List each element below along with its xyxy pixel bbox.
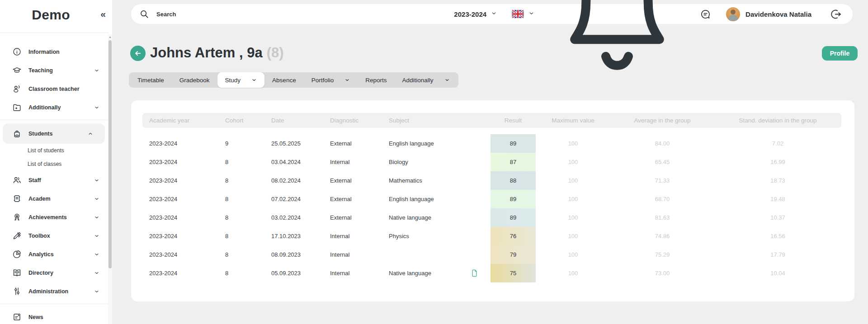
table-row[interactable]: 2023-2024803.02.2024ExternalNative langu… bbox=[142, 208, 841, 227]
column-header-academic-year: Academic year bbox=[142, 117, 218, 124]
cell-date: 03.02.2024 bbox=[264, 214, 323, 221]
cell-std-deviation: 19.48 bbox=[714, 196, 841, 202]
directory-icon bbox=[12, 268, 22, 277]
results-card: Academic yearCohortDateDiagnosticSubject… bbox=[131, 100, 854, 301]
sidebar-item-analytics[interactable]: Analytics bbox=[0, 245, 108, 263]
sidebar-item-teaching[interactable]: Teaching bbox=[0, 61, 108, 80]
cell-academic-year: 2023-2024 bbox=[142, 251, 218, 258]
cell-result: 89 bbox=[491, 190, 536, 208]
sidebar-item-toolbox[interactable]: Toolbox bbox=[0, 226, 108, 245]
sidebar-item-staff[interactable]: Staff bbox=[0, 171, 108, 189]
cell-academic-year: 2023-2024 bbox=[142, 270, 218, 277]
cell-academic-year: 2023-2024 bbox=[142, 177, 218, 184]
arrow-left-icon bbox=[134, 49, 142, 57]
cell-academic-year: 2023-2024 bbox=[142, 140, 218, 147]
cell-date: 08.09.2023 bbox=[264, 251, 323, 258]
sidebar-item-achievements[interactable]: Achievements bbox=[0, 208, 108, 226]
staff-icon bbox=[12, 175, 22, 185]
logout-icon[interactable] bbox=[830, 9, 842, 20]
sidebar-item-administration[interactable]: Administration bbox=[0, 282, 108, 301]
cell-diagnostic: External bbox=[323, 196, 382, 202]
cell-result: 88 bbox=[491, 171, 536, 190]
cell-std-deviation: 17.79 bbox=[714, 251, 841, 258]
sidebar-subitem-list-of-classes[interactable]: List of classes bbox=[0, 157, 108, 171]
avatar[interactable] bbox=[726, 7, 740, 21]
cell-diagnostic: Internal bbox=[323, 233, 382, 239]
sidebar-item-news[interactable]: News bbox=[0, 308, 108, 324]
tab-portfolio[interactable]: Portfolio bbox=[304, 72, 358, 88]
table-row[interactable]: 2023-2024808.09.2023Internal7910075.2917… bbox=[142, 245, 841, 264]
cell-academic-year: 2023-2024 bbox=[142, 233, 218, 239]
tab-reports[interactable]: Reports bbox=[358, 72, 394, 88]
cell-cohort: 8 bbox=[218, 196, 264, 202]
chevron-down-icon bbox=[94, 289, 99, 294]
language-selector[interactable] bbox=[512, 10, 534, 18]
toolbox-icon bbox=[12, 231, 22, 240]
sidebar-item-classroom-teacher[interactable]: Classroom teacher bbox=[0, 80, 108, 98]
sidebar-scrollbar[interactable]: ▲ bbox=[108, 34, 112, 324]
sidebar-subitem-list-of-students[interactable]: List of students bbox=[0, 144, 108, 157]
scrollbar-up-arrow-icon[interactable]: ▲ bbox=[108, 35, 112, 39]
tab-absence[interactable]: Absence bbox=[264, 72, 304, 88]
search-icon[interactable] bbox=[139, 9, 149, 19]
chevron-down-icon bbox=[94, 252, 99, 257]
profile-button[interactable]: Profile bbox=[822, 46, 858, 61]
cell-date: 25.05.2025 bbox=[264, 140, 323, 147]
cell-subject: Native language bbox=[382, 269, 491, 277]
academic-year-value: 2023-2024 bbox=[454, 10, 486, 18]
notifications-button[interactable]: 14 bbox=[549, 0, 685, 82]
cell-result: 75 bbox=[491, 264, 536, 282]
chevron-down-icon bbox=[94, 215, 99, 220]
column-header-diagnostic: Diagnostic bbox=[323, 117, 382, 124]
table-row[interactable]: 2023-2024808.02.2024ExternalMathematics8… bbox=[142, 171, 841, 190]
sidebar-item-label: Teaching bbox=[28, 67, 53, 74]
divider bbox=[0, 304, 108, 304]
cell-std-deviation: 16.99 bbox=[714, 159, 841, 165]
sidebar-item-label: Students bbox=[28, 131, 52, 137]
table-row[interactable]: 2023-2024807.02.2024ExternalEnglish lang… bbox=[142, 190, 841, 208]
tab-gradebook[interactable]: Gradebook bbox=[172, 72, 217, 88]
student-name: Johns Artem , 9a bbox=[150, 45, 263, 61]
sidebar-scrollbar-thumb[interactable] bbox=[108, 40, 112, 268]
column-header-stand-deviation-in-the-group: Stand. deviation in the group bbox=[714, 117, 841, 124]
table-header-row: Academic yearCohortDateDiagnosticSubject… bbox=[142, 113, 841, 128]
cell-subject: English language bbox=[382, 196, 491, 202]
academic-year-selector[interactable]: 2023-2024 bbox=[454, 10, 497, 18]
back-button[interactable] bbox=[130, 46, 146, 61]
bell-icon bbox=[549, 0, 685, 82]
cell-std-deviation: 10.04 bbox=[714, 270, 841, 277]
column-header-date: Date bbox=[264, 117, 323, 124]
sidebar-collapse-button[interactable]: « bbox=[100, 9, 106, 19]
sidebar-item-label: Administration bbox=[28, 288, 68, 295]
sidebar-item-label: Classroom teacher bbox=[28, 86, 80, 92]
table-row[interactable]: 2023-2024925.05.2025ExternalEnglish lang… bbox=[142, 134, 841, 153]
cell-average-in-group: 71.33 bbox=[610, 177, 714, 184]
topbar-right-cluster: 2023-2024 14 Davidenkova Natalia bbox=[454, 0, 842, 82]
user-name: Davidenkova Natalia bbox=[745, 10, 811, 18]
sidebar-item-label: Toolbox bbox=[28, 233, 50, 239]
table-row[interactable]: 2023-2024817.10.2023InternalPhysics76100… bbox=[142, 227, 841, 245]
sidebar-item-additionally[interactable]: Additionally bbox=[0, 98, 108, 117]
sidebar-item-academ[interactable]: Academ bbox=[0, 189, 108, 208]
sidebar-item-directory[interactable]: Directory bbox=[0, 263, 108, 282]
table-row[interactable]: 2023-2024805.09.2023InternalNative langu… bbox=[142, 264, 841, 282]
search-input[interactable] bbox=[156, 10, 454, 18]
tab-additionally[interactable]: Additionally bbox=[394, 72, 457, 88]
cell-maximum-value: 100 bbox=[536, 251, 610, 258]
cell-academic-year: 2023-2024 bbox=[142, 159, 218, 165]
attachment-file-icon[interactable] bbox=[470, 269, 479, 277]
chevron-down-icon bbox=[94, 196, 99, 202]
sidebar-item-students[interactable]: Students bbox=[3, 123, 105, 144]
column-header-average-in-the-group: Average in the group bbox=[610, 117, 714, 124]
table-row[interactable]: 2023-2024803.04.2024InternalBiology87100… bbox=[142, 153, 841, 171]
tab-timetable[interactable]: Timetable bbox=[130, 72, 172, 88]
sidebar-item-information[interactable]: Information bbox=[0, 42, 108, 61]
chevron-up-icon bbox=[88, 131, 93, 136]
user-menu[interactable]: Davidenkova Natalia bbox=[726, 7, 811, 21]
medal-icon bbox=[12, 212, 22, 222]
chat-icon[interactable] bbox=[700, 9, 711, 20]
cell-academic-year: 2023-2024 bbox=[142, 196, 218, 202]
cell-subject: Mathematics bbox=[382, 177, 491, 184]
tab-label: Gradebook bbox=[179, 77, 210, 84]
tab-study[interactable]: Study bbox=[217, 72, 265, 88]
